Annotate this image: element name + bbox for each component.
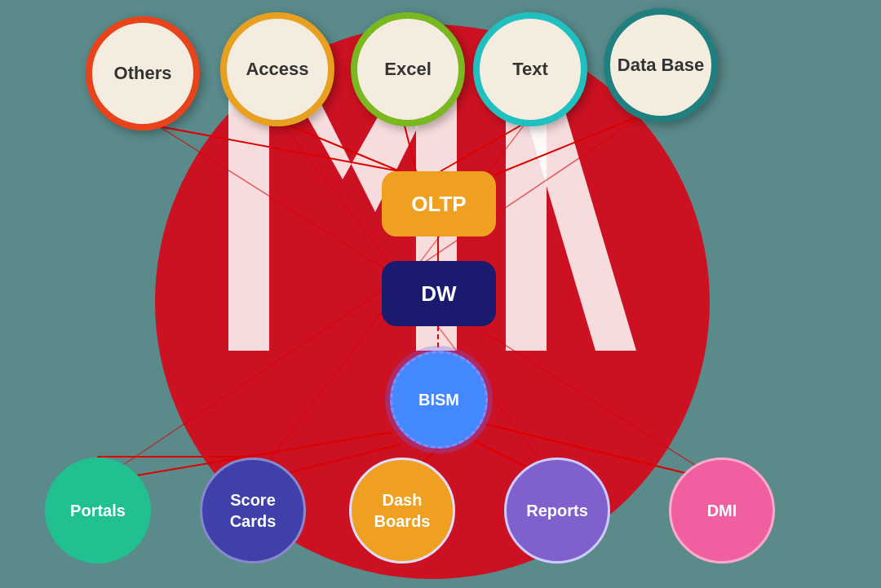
circle-reports[interactable]: Reports <box>504 458 610 564</box>
database-label: Data Base <box>618 55 704 76</box>
dmi-label: DMI <box>707 502 737 520</box>
dashboards-label: DashBoards <box>374 489 431 532</box>
box-dw[interactable]: DW <box>382 261 496 326</box>
circle-portals[interactable]: Portals <box>45 458 151 564</box>
circle-scorecards[interactable]: ScoreCards <box>200 458 306 564</box>
dw-label: DW <box>421 281 456 307</box>
circle-dashboards[interactable]: DashBoards <box>349 458 455 564</box>
circle-dmi[interactable]: DMI <box>669 458 775 564</box>
circle-excel[interactable]: Excel <box>351 12 465 126</box>
circle-database[interactable]: Data Base <box>604 8 718 122</box>
portals-label: Portals <box>70 502 126 520</box>
oltp-label: OLTP <box>411 192 466 217</box>
box-oltp[interactable]: OLTP <box>382 171 496 237</box>
circle-others[interactable]: Others <box>86 16 200 130</box>
bism-label: BISM <box>418 391 459 409</box>
reports-label: Reports <box>526 502 588 520</box>
circle-access[interactable]: Access <box>220 12 334 126</box>
circle-text[interactable]: Text <box>473 12 587 126</box>
others-label: Others <box>114 63 172 84</box>
excel-label: Excel <box>384 59 432 80</box>
text-label: Text <box>512 59 548 80</box>
circle-bism[interactable]: BISM <box>390 351 488 449</box>
access-label: Access <box>246 59 308 80</box>
diagram-scene: Others Access Excel Text Data Base OLTP … <box>0 0 881 588</box>
scorecards-label: ScoreCards <box>230 489 277 532</box>
